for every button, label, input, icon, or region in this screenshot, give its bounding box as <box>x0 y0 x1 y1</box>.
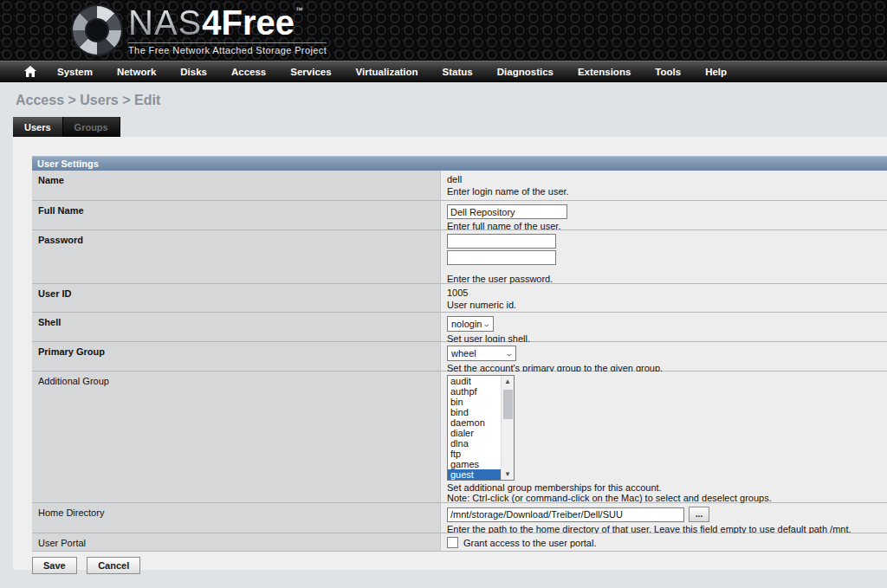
trademark-symbol: ™ <box>295 7 303 15</box>
brand-logo: NAS4Free™ The Free Network Attached Stor… <box>73 5 327 55</box>
list-item-selected[interactable]: guest <box>448 469 501 480</box>
user-settings-table: User Settings Name dell Enter login name… <box>32 156 887 552</box>
cancel-button[interactable]: Cancel <box>87 557 140 574</box>
form-row-primary-group: Primary Group wheel ⌄ Set the account's … <box>32 342 887 372</box>
shell-label: Shell <box>32 313 441 341</box>
content-panel: User Settings Name dell Enter login name… <box>13 137 887 570</box>
form-row-additional-group: Additional Group audit authpf bin bind d… <box>32 372 887 503</box>
main-nav: System Network Disks Access Services Vir… <box>0 61 887 82</box>
form-row-shell: Shell nologin ⌄ Set user login shell. <box>32 313 887 342</box>
nav-item-network[interactable]: Network <box>105 61 168 81</box>
chevron-down-icon: ⌄ <box>505 350 514 358</box>
nav-item-tools[interactable]: Tools <box>643 61 693 81</box>
list-item[interactable]: daemon <box>448 417 501 428</box>
tab-users[interactable]: Users <box>13 117 63 137</box>
password-label: Password <box>32 230 441 283</box>
list-item[interactable]: dlna <box>448 438 501 449</box>
full-name-label: Full Name <box>32 201 441 229</box>
shell-select-value: nologin <box>451 319 482 329</box>
form-row-password: Password Enter the user password. <box>32 230 887 284</box>
chevron-down-icon: ⌄ <box>482 320 491 328</box>
list-item[interactable]: bind <box>448 407 501 417</box>
form-row-full-name: Full Name Enter full name of the user. <box>32 201 887 230</box>
home-directory-input[interactable] <box>447 507 684 522</box>
primary-group-label: Primary Group <box>32 342 441 371</box>
user-portal-checkbox[interactable] <box>447 537 458 548</box>
brand-name-prefix: NAS <box>128 5 202 40</box>
primary-group-select[interactable]: wheel ⌄ <box>447 346 516 361</box>
home-directory-label: Home Directory <box>32 503 441 533</box>
scrollbar-thumb[interactable] <box>503 390 513 419</box>
nav-item-services[interactable]: Services <box>278 61 343 81</box>
listbox-scrollbar[interactable]: ▲ ▼ <box>501 376 514 480</box>
list-item[interactable]: authpf <box>448 386 501 397</box>
nav-item-system[interactable]: System <box>45 61 105 81</box>
scrollbar-track[interactable] <box>502 387 514 468</box>
additional-group-label: Additional Group <box>32 372 441 502</box>
tab-bar: Users Groups <box>13 117 887 137</box>
tab-groups[interactable]: Groups <box>63 117 120 137</box>
shell-select[interactable]: nologin ⌄ <box>447 316 494 332</box>
breadcrumb: Access > Users > Edit <box>16 93 887 108</box>
nas4free-logo-icon <box>73 6 121 55</box>
browse-button[interactable]: ... <box>689 507 709 522</box>
additional-group-hint: Set additional group memberships for thi… <box>447 482 882 493</box>
user-portal-label: User Portal <box>32 533 441 551</box>
form-row-home-directory: Home Directory ... Enter the path to the… <box>32 503 887 533</box>
nav-item-virtualization[interactable]: Virtualization <box>344 61 431 81</box>
section-title: User Settings <box>32 156 887 171</box>
nav-item-extensions[interactable]: Extensions <box>566 61 643 81</box>
brand-name-suffix: 4Free <box>202 5 295 40</box>
password-input[interactable] <box>447 234 556 249</box>
primary-group-select-value: wheel <box>451 348 476 359</box>
password-hint: Enter the user password. <box>447 274 882 284</box>
list-item[interactable]: dialer <box>448 428 501 438</box>
list-item[interactable]: games <box>448 459 501 469</box>
page: NAS4Free™ The Free Network Attached Stor… <box>0 0 887 588</box>
name-value: dell <box>447 174 882 184</box>
additional-group-note: Note: Ctrl-click (or command-click on th… <box>447 493 882 503</box>
scrollbar-up-icon[interactable]: ▲ <box>502 376 514 387</box>
nav-item-access[interactable]: Access <box>219 61 278 81</box>
user-portal-checkbox-label: Grant access to the user portal. <box>463 538 596 548</box>
password-confirm-input[interactable] <box>447 250 556 265</box>
list-item[interactable]: bin <box>448 397 501 407</box>
form-row-name: Name dell Enter login name of the user. <box>32 171 887 201</box>
nav-item-disks[interactable]: Disks <box>168 61 219 81</box>
home-icon <box>24 66 36 77</box>
nav-item-status[interactable]: Status <box>431 61 485 81</box>
save-button[interactable]: Save <box>32 557 77 574</box>
form-row-user-portal: User Portal Grant access to the user por… <box>32 533 887 552</box>
brand-tagline: The Free Network Attached Storage Projec… <box>128 42 327 55</box>
name-hint: Enter login name of the user. <box>447 186 882 197</box>
list-item[interactable]: audit <box>448 376 501 386</box>
nav-home[interactable] <box>16 61 45 81</box>
nav-item-help[interactable]: Help <box>693 61 739 81</box>
user-id-value: 1005 <box>447 288 882 298</box>
user-id-hint: User numeric id. <box>447 300 882 310</box>
nav-item-diagnostics[interactable]: Diagnostics <box>485 61 566 81</box>
form-row-user-id: User ID 1005 User numeric id. <box>32 284 887 313</box>
name-label: Name <box>32 171 441 200</box>
user-id-label: User ID <box>32 284 441 312</box>
app-header: NAS4Free™ The Free Network Attached Stor… <box>0 0 887 61</box>
scrollbar-down-icon[interactable]: ▼ <box>502 468 514 480</box>
full-name-input[interactable] <box>447 204 567 219</box>
list-item[interactable]: ftp <box>448 449 501 459</box>
additional-group-listbox: audit authpf bin bind daemon dialer dlna… <box>447 375 515 481</box>
